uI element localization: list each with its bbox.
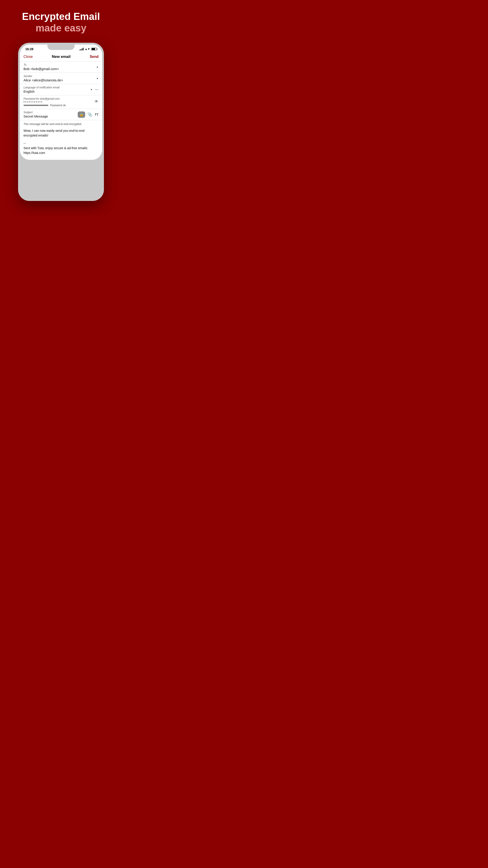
hero-section: Encrypted Email made easy xyxy=(15,0,107,40)
password-strength-row: Password ok. xyxy=(24,104,98,107)
language-value: English xyxy=(24,90,98,93)
attach-icon[interactable]: 📎 xyxy=(88,112,92,117)
hero-subtitle: made easy xyxy=(22,22,100,34)
font-size-icon[interactable]: TT xyxy=(95,113,98,116)
to-label: To xyxy=(24,63,98,66)
status-icons: ▲▼ xyxy=(79,48,97,51)
password-field[interactable]: Password for bob@gmail.com ●●●●●●●●●●● P… xyxy=(20,95,102,109)
send-button[interactable]: Send xyxy=(90,55,98,59)
password-toggle-icon[interactable]: 👁 xyxy=(94,99,98,104)
body-signature: --Sent with Tuta; enjoy secure & ad-free… xyxy=(24,141,98,155)
to-dropdown-icon[interactable]: ▼ xyxy=(96,66,98,68)
lock-button[interactable]: 🔒 xyxy=(78,112,85,118)
email-nav-bar: Close New email Send xyxy=(20,52,102,61)
sender-value: Alice <alice@tutanota.de> xyxy=(24,78,98,82)
close-button[interactable]: Close xyxy=(24,55,33,59)
hero-title: Encrypted Email xyxy=(22,11,100,22)
language-field[interactable]: Language of notification email English ▼… xyxy=(20,84,102,95)
signature-text: --Sent with Tuta; enjoy secure & ad-free… xyxy=(24,142,88,155)
language-more-icon[interactable]: ··· xyxy=(95,88,98,92)
signal-bars-icon xyxy=(79,48,84,51)
subject-field[interactable]: Subject Secret Message 🔒 📎 TT xyxy=(20,109,102,120)
language-label: Language of notification email xyxy=(24,86,98,89)
language-field-actions: ▼ ··· xyxy=(90,88,98,92)
sender-field[interactable]: Sender Alice <alice@tutanota.de> ▼ xyxy=(20,73,102,84)
status-bar: 16:28 ▲▼ xyxy=(20,44,102,52)
email-form: To Bob <bob@gmail.com> ▼ Sender Alice <a… xyxy=(20,61,102,160)
to-value: Bob <bob@gmail.com> xyxy=(24,67,98,71)
status-time: 16:28 xyxy=(25,47,33,51)
phone-frame: 16:28 ▲▼ Close New email Send xyxy=(18,43,104,201)
strength-label: Password ok. xyxy=(50,104,66,107)
lock-icon: 🔒 xyxy=(79,113,84,116)
to-field[interactable]: To Bob <bob@gmail.com> ▼ xyxy=(20,61,102,73)
sender-dropdown-icon[interactable]: ▼ xyxy=(96,77,98,80)
phone-wrapper: 16:28 ▲▼ Close New email Send xyxy=(0,40,122,217)
email-body: This message will be sent end-to-end enc… xyxy=(20,120,102,160)
subject-actions: 🔒 📎 TT xyxy=(78,112,98,118)
body-message[interactable]: Wow, I can now easily send you end-to-en… xyxy=(24,128,98,138)
phone-screen: 16:28 ▲▼ Close New email Send xyxy=(20,44,102,160)
language-dropdown-icon[interactable]: ▼ xyxy=(90,88,92,91)
battery-fill xyxy=(92,48,95,50)
sender-label: Sender xyxy=(24,74,98,78)
wifi-icon: ▲▼ xyxy=(85,48,90,51)
battery-icon xyxy=(91,48,97,51)
encryption-note: This message will be sent end-to-end enc… xyxy=(24,123,98,126)
compose-title: New email xyxy=(52,55,70,59)
password-dots: ●●●●●●●●●●● xyxy=(24,101,98,103)
notch xyxy=(47,44,74,50)
password-label: Password for bob@gmail.com xyxy=(24,97,98,100)
strength-bar xyxy=(24,105,48,106)
